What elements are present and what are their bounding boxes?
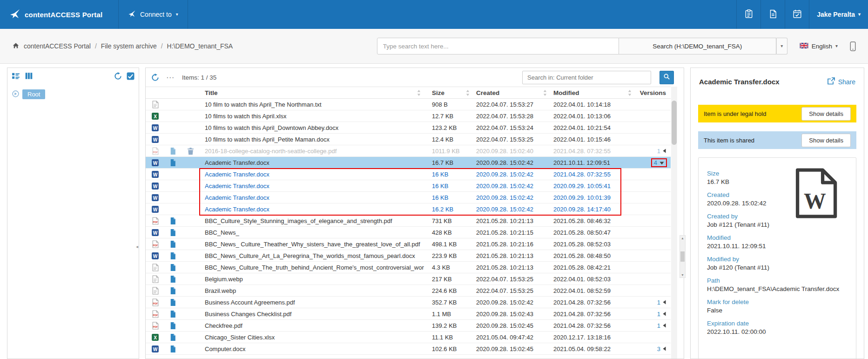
home-icon[interactable]: [12, 42, 20, 51]
table-row[interactable]: WBBC_News_Culture_Art_La_Peregrina_The_w…: [146, 250, 671, 262]
show-details-button[interactable]: Show details: [801, 134, 851, 147]
file-title[interactable]: Academic Transfer.docx: [205, 159, 432, 166]
table-row[interactable]: PDFBusiness Account Agreemens.pdf352.7 K…: [146, 297, 671, 308]
table-row[interactable]: WBBC_News_428 KB2021.05.28. 10:21:152021…: [146, 227, 671, 238]
file-title[interactable]: Academic Transfer.docx: [205, 194, 432, 201]
file-title[interactable]: Academic Transfer.docx: [205, 206, 432, 213]
table-scrollbar[interactable]: [671, 87, 677, 359]
versions-cell[interactable]: 1: [638, 311, 671, 318]
column-header-created[interactable]: Created: [476, 89, 553, 96]
brand[interactable]: contentACCESS Portal: [0, 0, 119, 29]
versions-cell[interactable]: 1: [638, 299, 671, 306]
expand-versions-icon[interactable]: [663, 311, 666, 318]
versions-badge[interactable]: 3: [657, 345, 666, 352]
table-row[interactable]: Belgium.webp217 KB2022.04.07. 15:53:2520…: [146, 273, 671, 285]
table-row[interactable]: WAcademic Transfer.docx16 KB2020.09.28. …: [146, 180, 671, 192]
refresh-icon[interactable]: [151, 74, 159, 81]
column-header-size[interactable]: Size: [432, 89, 476, 96]
table-row[interactable]: WAcademic Transfer.docx16.7 KB2020.09.28…: [146, 157, 671, 169]
scrollbar-thumb[interactable]: [680, 251, 685, 262]
file-title[interactable]: Chicago_Sister Cities.xlsx: [205, 334, 432, 341]
versions-badge[interactable]: 1: [657, 299, 666, 306]
search-input[interactable]: [377, 38, 619, 54]
file-title[interactable]: BBC_News_Culture_Art_La_Peregrina_The_wo…: [205, 252, 432, 259]
search-in-input[interactable]: [522, 71, 651, 84]
tree-node-root[interactable]: Root: [12, 89, 134, 99]
scroll-down-icon[interactable]: ▼: [681, 273, 684, 277]
table-row[interactable]: XChicago_Sister Cities.xlsx11.1 KB2021.0…: [146, 332, 671, 343]
file-title[interactable]: BBC_News_Culture_The_truth_behind_Ancien…: [205, 264, 432, 271]
search-options-toggle[interactable]: ▾: [776, 38, 787, 54]
collapse-left-panel-handle[interactable]: ◂: [136, 244, 138, 249]
file-title[interactable]: BBC_News_ Culture_Theather_Why_sisters_h…: [205, 241, 432, 248]
versions-cell[interactable]: 3: [638, 345, 671, 352]
file-title[interactable]: BBC_News_: [205, 229, 432, 236]
scroll-up-icon[interactable]: ▲: [681, 237, 684, 240]
search-button[interactable]: Search (H:\DEMO_tenant_FSA): [619, 38, 776, 54]
table-row[interactable]: PDFBusiness Changes Checklist.pdf1.1 MB2…: [146, 308, 671, 320]
more-icon[interactable]: ⋯: [166, 74, 175, 81]
file-title[interactable]: Brazil.webp: [205, 287, 432, 294]
table-row[interactable]: PDFBBC_Culture_Style_Stunning_images_of_…: [146, 215, 671, 227]
table-row[interactable]: X10 films to watch this April.xlsx12.7 K…: [146, 110, 671, 122]
reports-button[interactable]: [736, 0, 760, 29]
sort-icon[interactable]: [543, 90, 547, 96]
file-title[interactable]: Belgium.webp: [205, 276, 432, 283]
expand-versions-icon[interactable]: [663, 322, 666, 329]
versions-badge[interactable]: 1: [657, 311, 666, 318]
sort-icon[interactable]: [628, 90, 632, 96]
expand-versions-icon[interactable]: [663, 345, 666, 352]
list-view-icon[interactable]: [12, 72, 20, 80]
table-row[interactable]: WComputer.docx102.6 KB2020.09.28. 15:02:…: [146, 343, 671, 355]
versions-badge[interactable]: 1: [657, 322, 666, 329]
share-button[interactable]: Share: [827, 77, 855, 86]
table-row[interactable]: PDFBBC_News_ Culture_Theather_Why_sister…: [146, 238, 671, 250]
file-title[interactable]: Checkfree.pdf: [205, 322, 432, 329]
versions-cell[interactable]: 1: [638, 148, 671, 155]
table-row[interactable]: W10 films to watch this April_Downtown A…: [146, 122, 671, 134]
collapse-versions-icon[interactable]: [659, 159, 664, 166]
sort-icon[interactable]: [466, 90, 470, 96]
root-expander-icon[interactable]: [12, 90, 19, 99]
file-title[interactable]: 10 films to watch this April_Petite Mama…: [205, 136, 432, 143]
column-view-icon[interactable]: [25, 72, 33, 80]
versions-badge[interactable]: 1: [657, 148, 666, 155]
expand-versions-icon[interactable]: [663, 299, 666, 306]
refresh-icon[interactable]: [114, 72, 122, 80]
tasks-button[interactable]: [785, 0, 809, 29]
table-row[interactable]: PDFCheckfree.pdf139.2 KB2020.09.28. 15:0…: [146, 320, 671, 332]
table-row[interactable]: PDF2016-18-college-catalog-north-seattle…: [146, 145, 671, 157]
mobile-view-button[interactable]: [850, 41, 856, 51]
expand-versions-icon[interactable]: [663, 148, 666, 155]
file-title[interactable]: Academic Transfer.docx: [205, 183, 432, 190]
folder-search-button[interactable]: [659, 71, 674, 84]
breadcrumb-item[interactable]: File system archive: [101, 42, 157, 50]
breadcrumb-item[interactable]: contentACCESS Portal: [24, 42, 91, 50]
table-row[interactable]: 10 film to watch this April_The Northman…: [146, 99, 671, 110]
file-title[interactable]: 10 film to watch this April_The Northman…: [205, 101, 432, 108]
user-menu[interactable]: Jake Peralta ▾: [809, 0, 868, 29]
panel-splitter-scrollbar[interactable]: ▲▼: [680, 235, 686, 278]
table-row[interactable]: WAcademic Transfer.docx16 KB2020.09.28. …: [146, 192, 671, 203]
file-title[interactable]: BBC_Culture_Style_Stunning_images_of_ele…: [205, 217, 432, 224]
file-title[interactable]: 10 films to watch this April_Downtown Ab…: [205, 124, 432, 131]
versions-cell[interactable]: 4: [638, 159, 671, 166]
column-header-versions[interactable]: Versions: [638, 89, 671, 96]
file-title[interactable]: 2016-18-college-catalog-north-seattle-co…: [205, 148, 432, 155]
root-node-label[interactable]: Root: [22, 89, 45, 99]
table-row[interactable]: W10 films to watch this April_Petite Mam…: [146, 134, 671, 145]
file-title[interactable]: Business Changes Checklist.pdf: [205, 311, 432, 318]
file-title[interactable]: Business Account Agreemens.pdf: [205, 299, 432, 306]
table-row[interactable]: WAcademic Transfer.docx16 KB2020.09.28. …: [146, 169, 671, 180]
table-row[interactable]: BBC_News_Culture_The_truth_behind_Ancien…: [146, 262, 671, 273]
file-title[interactable]: 10 films to watch this April.xlsx: [205, 113, 432, 120]
sort-icon[interactable]: [417, 90, 421, 96]
connect-to-menu[interactable]: Connect to ▾: [119, 0, 188, 29]
versions-badge[interactable]: 4: [652, 159, 666, 166]
column-header-modified[interactable]: Modified: [553, 89, 638, 96]
versions-cell[interactable]: 1: [638, 322, 671, 329]
scrollbar-thumb[interactable]: [672, 101, 677, 145]
trash-icon[interactable]: [187, 147, 204, 155]
table-row[interactable]: Brazil.webp224.6 KB2022.04.07. 15:53:252…: [146, 285, 671, 297]
show-details-button[interactable]: Show details: [801, 107, 851, 121]
